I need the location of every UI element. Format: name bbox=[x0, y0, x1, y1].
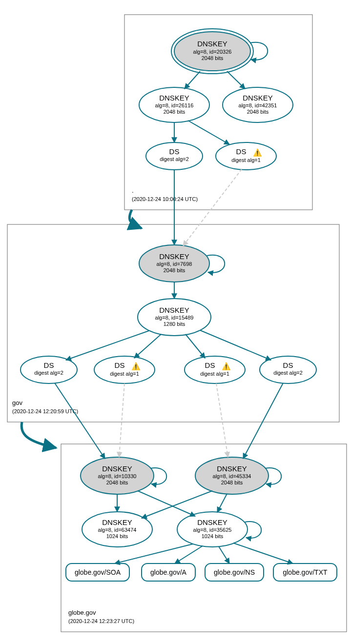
node-globe-ksk1: DNSKEY alg=8, id=10330 2048 bits bbox=[81, 457, 154, 494]
svg-text:1024 bits: 1024 bits bbox=[106, 533, 128, 539]
svg-text:digest alg=2: digest alg=2 bbox=[34, 370, 63, 376]
warning-icon: ⚠️ bbox=[222, 362, 231, 371]
svg-text:DNSKEY: DNSKEY bbox=[159, 252, 189, 261]
svg-text:2048 bits: 2048 bits bbox=[164, 109, 185, 115]
svg-text:DNSKEY: DNSKEY bbox=[102, 464, 132, 473]
node-root-ds2: DS ⚠️ digest alg=1 bbox=[216, 142, 276, 170]
zone-label-root: . bbox=[132, 187, 134, 194]
edge bbox=[217, 494, 227, 512]
zone-link-root-gov bbox=[129, 210, 142, 228]
edge bbox=[55, 383, 105, 459]
node-globe-zsk1: DNSKEY alg=8, id=63474 1024 bits bbox=[82, 512, 152, 547]
node-rr-txt: globe.gov/TXT bbox=[273, 564, 337, 581]
edge bbox=[243, 383, 283, 459]
svg-text:alg=8, id=35625: alg=8, id=35625 bbox=[193, 527, 232, 533]
svg-point-16 bbox=[216, 142, 276, 170]
node-rr-ns: globe.gov/NS bbox=[205, 564, 264, 581]
warning-icon: ⚠️ bbox=[253, 148, 262, 157]
edge bbox=[233, 543, 293, 564]
edge bbox=[216, 383, 228, 457]
zone-label-gov: gov bbox=[12, 399, 22, 406]
edge bbox=[219, 546, 229, 564]
warning-icon: ⚠️ bbox=[131, 362, 141, 371]
svg-text:globe.gov/SOA: globe.gov/SOA bbox=[75, 568, 121, 576]
node-gov-ds3: DS ⚠️ digest alg=1 bbox=[185, 356, 245, 383]
svg-text:DNSKEY: DNSKEY bbox=[243, 94, 273, 102]
edge bbox=[134, 334, 161, 358]
edge-root-ksk-self bbox=[250, 42, 268, 60]
svg-text:DNSKEY: DNSKEY bbox=[159, 94, 189, 102]
node-root-ds1: DS digest alg=2 bbox=[146, 142, 203, 170]
svg-text:globe.gov/TXT: globe.gov/TXT bbox=[283, 568, 327, 576]
svg-text:digest alg=1: digest alg=1 bbox=[231, 157, 261, 163]
zone-link-gov-globe bbox=[21, 422, 56, 448]
edge bbox=[119, 383, 124, 457]
svg-text:DNSKEY: DNSKEY bbox=[197, 518, 227, 526]
svg-text:digest alg=1: digest alg=1 bbox=[200, 371, 229, 377]
node-gov-ds2: DS ⚠️ digest alg=1 bbox=[94, 356, 155, 383]
edge bbox=[185, 71, 200, 89]
node-gov-ds4: DS digest alg=2 bbox=[260, 356, 316, 383]
svg-text:globe.gov/NS: globe.gov/NS bbox=[214, 568, 255, 576]
edge bbox=[227, 71, 245, 89]
svg-text:alg=8, id=10330: alg=8, id=10330 bbox=[98, 473, 137, 479]
svg-text:alg=8, id=26116: alg=8, id=26116 bbox=[155, 102, 194, 108]
svg-text:DNSKEY: DNSKEY bbox=[102, 518, 132, 526]
node-globe-zsk2: DNSKEY alg=8, id=35625 1024 bits bbox=[177, 512, 247, 547]
svg-text:1280 bits: 1280 bits bbox=[164, 321, 185, 327]
svg-text:2048 bits: 2048 bits bbox=[164, 267, 185, 273]
zone-ts-gov: (2020-12-24 12:20:59 UTC) bbox=[12, 408, 78, 414]
svg-text:digest alg=2: digest alg=2 bbox=[160, 156, 189, 162]
svg-text:DS: DS bbox=[115, 361, 125, 369]
svg-text:digest alg=2: digest alg=2 bbox=[273, 370, 303, 376]
svg-text:alg=8, id=42351: alg=8, id=42351 bbox=[239, 102, 277, 108]
svg-text:alg=8, id=7698: alg=8, id=7698 bbox=[157, 261, 192, 267]
svg-text:2048 bits: 2048 bits bbox=[221, 480, 243, 485]
zone-ts-root: (2020-12-24 10:00:24 UTC) bbox=[132, 196, 198, 202]
svg-text:alg=8, id=45334: alg=8, id=45334 bbox=[213, 473, 251, 479]
svg-text:1024 bits: 1024 bits bbox=[202, 533, 224, 539]
node-gov-ksk: DNSKEY alg=8, id=7698 2048 bits bbox=[139, 245, 209, 282]
node-rr-soa: globe.gov/SOA bbox=[66, 564, 129, 581]
zone-label-globe: globe.gov bbox=[68, 609, 96, 616]
edge bbox=[138, 491, 195, 516]
edge bbox=[183, 169, 242, 246]
edge bbox=[115, 544, 193, 564]
node-root-ksk: DNSKEY alg=8, id=20326 2048 bits bbox=[171, 29, 253, 74]
svg-text:DNSKEY: DNSKEY bbox=[197, 40, 227, 48]
svg-text:DS: DS bbox=[236, 147, 247, 156]
edge bbox=[188, 121, 229, 144]
node-root-zsk1: DNSKEY alg=8, id=26116 2048 bits bbox=[139, 87, 209, 122]
svg-text:DS: DS bbox=[205, 361, 215, 369]
node-gov-zsk: DNSKEY alg=8, id=15489 1280 bits bbox=[138, 299, 211, 336]
svg-text:globe.gov/A: globe.gov/A bbox=[150, 568, 187, 576]
svg-text:alg=8, id=20326: alg=8, id=20326 bbox=[193, 49, 232, 55]
svg-text:digest alg=1: digest alg=1 bbox=[110, 371, 139, 377]
svg-text:2048 bits: 2048 bits bbox=[106, 480, 128, 485]
edge bbox=[185, 334, 205, 358]
node-gov-ds1: DS digest alg=2 bbox=[21, 356, 77, 383]
svg-text:DNSKEY: DNSKEY bbox=[159, 306, 189, 314]
svg-text:2048 bits: 2048 bits bbox=[247, 109, 269, 115]
zone-ts-globe: (2020-12-24 12:23:27 UTC) bbox=[68, 618, 134, 624]
edge bbox=[200, 330, 271, 360]
node-root-zsk2: DNSKEY alg=8, id=42351 2048 bits bbox=[223, 87, 293, 122]
svg-point-33 bbox=[185, 356, 245, 383]
svg-text:DS: DS bbox=[169, 147, 180, 156]
svg-text:2048 bits: 2048 bits bbox=[202, 55, 224, 61]
edge bbox=[175, 546, 203, 564]
svg-text:DNSKEY: DNSKEY bbox=[217, 464, 247, 473]
svg-text:DS: DS bbox=[44, 361, 54, 369]
node-globe-ksk2: DNSKEY alg=8, id=45334 2048 bits bbox=[195, 457, 268, 494]
svg-text:alg=8, id=15489: alg=8, id=15489 bbox=[155, 315, 194, 321]
svg-point-30 bbox=[94, 356, 155, 383]
node-rr-a: globe.gov/A bbox=[142, 564, 195, 581]
svg-text:alg=8, id=63474: alg=8, id=63474 bbox=[98, 527, 137, 533]
svg-text:DS: DS bbox=[283, 361, 293, 369]
